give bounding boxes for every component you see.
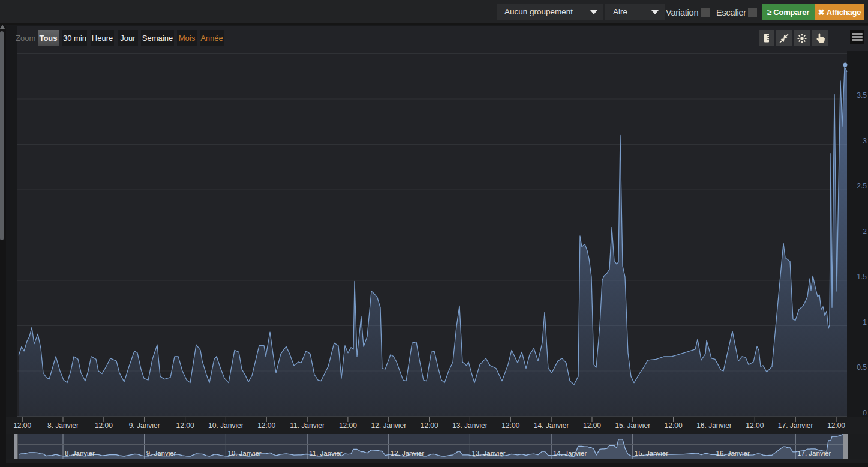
svg-text:0: 0 bbox=[863, 409, 867, 417]
svg-text:3.5: 3.5 bbox=[857, 91, 867, 100]
svg-text:14. Janvier: 14. Janvier bbox=[553, 450, 587, 457]
svg-text:1: 1 bbox=[863, 318, 867, 327]
svg-text:12:00: 12:00 bbox=[257, 421, 275, 430]
svg-text:17. Janvier: 17. Janvier bbox=[778, 421, 813, 430]
svg-text:2: 2 bbox=[863, 227, 867, 236]
svg-text:15. Janvier: 15. Janvier bbox=[615, 421, 650, 430]
svg-text:0.5: 0.5 bbox=[857, 363, 867, 372]
svg-text:12:00: 12:00 bbox=[501, 421, 519, 430]
svg-text:13. Janvier: 13. Janvier bbox=[452, 421, 488, 430]
svg-text:16. Janvier: 16. Janvier bbox=[716, 450, 750, 457]
svg-text:8. Janvier: 8. Janvier bbox=[65, 450, 95, 457]
svg-text:12:00: 12:00 bbox=[421, 421, 438, 430]
svg-text:10. Janvier: 10. Janvier bbox=[208, 421, 244, 430]
svg-text:9. Janvier: 9. Janvier bbox=[129, 421, 160, 430]
svg-text:3: 3 bbox=[863, 137, 867, 145]
svg-text:12:00: 12:00 bbox=[13, 421, 31, 430]
svg-text:12:00: 12:00 bbox=[746, 421, 764, 430]
svg-text:12:00: 12:00 bbox=[827, 421, 845, 430]
svg-text:17. Janvier: 17. Janvier bbox=[797, 450, 831, 457]
svg-text:8. Janvier: 8. Janvier bbox=[47, 421, 79, 430]
svg-text:14. Janvier: 14. Janvier bbox=[534, 421, 569, 430]
svg-text:12:00: 12:00 bbox=[583, 421, 601, 430]
svg-text:9. Janvier: 9. Janvier bbox=[146, 450, 176, 457]
svg-text:12. Janvier: 12. Janvier bbox=[371, 421, 406, 430]
svg-text:15. Janvier: 15. Janvier bbox=[635, 450, 668, 457]
svg-text:1.5: 1.5 bbox=[857, 273, 867, 281]
svg-text:12:00: 12:00 bbox=[339, 421, 357, 430]
svg-text:12:00: 12:00 bbox=[176, 421, 194, 430]
svg-text:11. Janvier: 11. Janvier bbox=[309, 450, 343, 457]
svg-text:10. Janvier: 10. Janvier bbox=[227, 450, 261, 457]
svg-text:2.5: 2.5 bbox=[857, 182, 867, 190]
svg-text:11. Janvier: 11. Janvier bbox=[290, 421, 325, 430]
svg-text:12:00: 12:00 bbox=[665, 421, 683, 430]
svg-text:13. Janvier: 13. Janvier bbox=[471, 450, 505, 457]
svg-text:16. Janvier: 16. Janvier bbox=[696, 421, 732, 430]
svg-text:12:00: 12:00 bbox=[95, 421, 113, 430]
svg-text:12. Janvier: 12. Janvier bbox=[391, 450, 424, 457]
